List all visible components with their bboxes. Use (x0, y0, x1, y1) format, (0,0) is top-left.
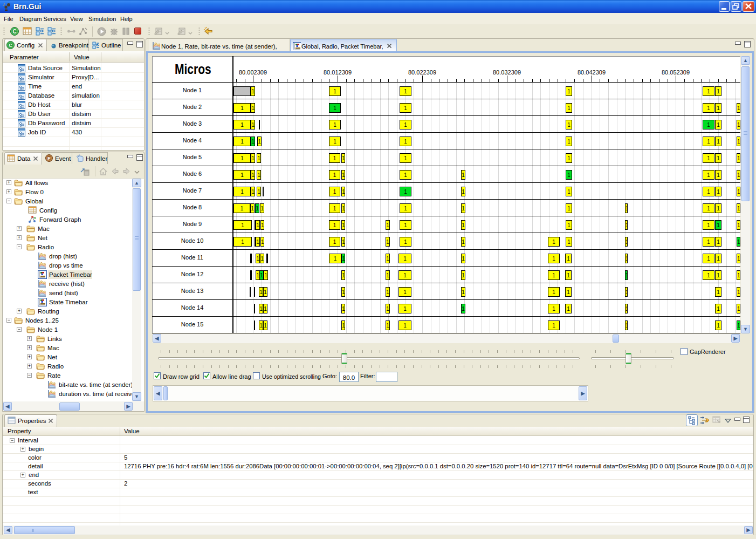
svg-text:C: C (12, 29, 16, 35)
svg-text:C: C (9, 43, 12, 48)
svg-text:E: E (47, 156, 51, 161)
